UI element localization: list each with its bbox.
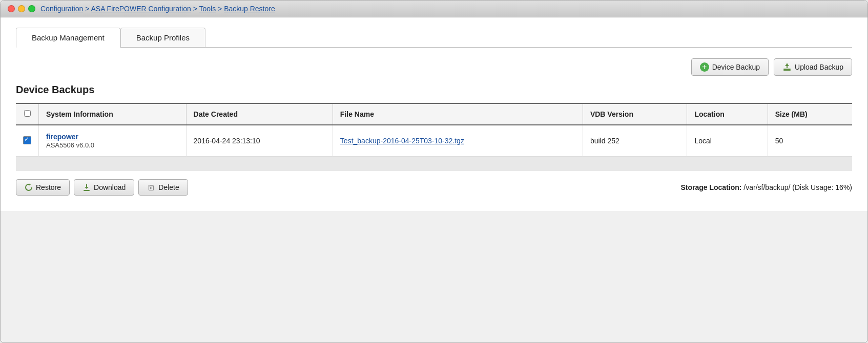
breadcrumb-asa-firepower[interactable]: ASA FirePOWER Configuration [91, 5, 191, 13]
select-all-checkbox[interactable] [24, 110, 31, 117]
breadcrumb-configuration[interactable]: Configuration [40, 5, 83, 13]
row-date-created: 2016-04-24 23:13:10 [186, 125, 333, 157]
row-system-info: firepower ASA5506 v6.0.0 [39, 125, 187, 157]
plus-circle-icon: + [700, 62, 709, 72]
upload-backup-button[interactable]: Upload Backup [774, 58, 852, 76]
title-bar: Configuration > ASA FirePOWER Configurat… [1, 1, 867, 17]
toolbar: + Device Backup Upload Backup [16, 58, 852, 76]
backups-table: System Information Date Created File Nam… [16, 103, 852, 171]
svg-rect-0 [783, 69, 791, 70]
system-info-sub: ASA5506 v6.0.0 [46, 141, 94, 149]
row-file-name: Test_backup-2016-04-25T03-10-32.tgz [333, 125, 583, 157]
delete-button[interactable]: Delete [138, 179, 188, 196]
breadcrumb-backup-restore[interactable]: Backup Restore [224, 5, 275, 13]
storage-label: Storage Location: [680, 183, 741, 191]
section-title: Device Backups [16, 84, 852, 96]
svg-rect-10 [149, 186, 154, 190]
svg-rect-12 [152, 187, 152, 189]
col-vdb-version: VDB Version [583, 103, 687, 125]
delete-label: Delete [158, 183, 179, 191]
delete-icon [147, 183, 155, 191]
svg-marker-4 [29, 183, 31, 186]
col-checkbox [16, 103, 39, 125]
svg-rect-5 [84, 190, 90, 191]
upload-icon [782, 62, 792, 72]
file-name-link[interactable]: Test_backup-2016-04-25T03-10-32.tgz [340, 137, 464, 145]
svg-marker-7 [85, 187, 89, 189]
svg-rect-8 [150, 185, 153, 186]
tab-bar: Backup Management Backup Profiles [16, 28, 852, 48]
traffic-lights [8, 5, 35, 12]
storage-info: Storage Location: /var/sf/backup/ (Disk … [680, 183, 852, 191]
tab-backup-management[interactable]: Backup Management [16, 28, 120, 48]
action-bar: Restore Download [16, 171, 852, 196]
app-window: Configuration > ASA FirePOWER Configurat… [0, 0, 868, 343]
action-buttons: Restore Download [16, 179, 188, 196]
col-system-info: System Information [39, 103, 187, 125]
storage-path: /var/sf/backup/ (Disk Usage: 16%) [743, 183, 852, 191]
row-location: Local [687, 125, 768, 157]
restore-button[interactable]: Restore [16, 179, 70, 196]
row-size-mb: 50 [768, 125, 852, 157]
download-label: Download [94, 183, 126, 191]
main-content: Backup Management Backup Profiles + Devi… [1, 17, 867, 211]
col-date-created: Date Created [186, 103, 333, 125]
table-footer-row [16, 157, 852, 172]
restore-label: Restore [36, 183, 61, 191]
svg-rect-11 [150, 187, 151, 189]
download-icon [82, 183, 91, 191]
svg-rect-3 [783, 70, 791, 71]
breadcrumb: Configuration > ASA FirePOWER Configurat… [40, 5, 275, 13]
col-location: Location [687, 103, 768, 125]
col-size-mb: Size (MB) [768, 103, 852, 125]
download-button[interactable]: Download [74, 179, 134, 196]
restore-icon [25, 183, 33, 191]
close-button[interactable] [8, 5, 15, 12]
device-backup-button[interactable]: + Device Backup [691, 58, 769, 76]
row-checkbox[interactable] [23, 136, 31, 144]
system-info-link[interactable]: firepower [46, 133, 179, 141]
table-header-row: System Information Date Created File Nam… [16, 103, 852, 125]
col-file-name: File Name [333, 103, 583, 125]
tab-backup-profiles[interactable]: Backup Profiles [120, 28, 205, 47]
upload-backup-label: Upload Backup [795, 63, 843, 71]
row-vdb-version: build 252 [583, 125, 687, 157]
device-backup-label: Device Backup [712, 63, 760, 71]
svg-marker-2 [785, 63, 789, 66]
minimize-button[interactable] [18, 5, 25, 12]
table-row: firepower ASA5506 v6.0.0 2016-04-24 23:1… [16, 125, 852, 157]
maximize-button[interactable] [28, 5, 35, 12]
row-checkbox-cell [16, 125, 39, 157]
breadcrumb-tools[interactable]: Tools [199, 5, 216, 13]
